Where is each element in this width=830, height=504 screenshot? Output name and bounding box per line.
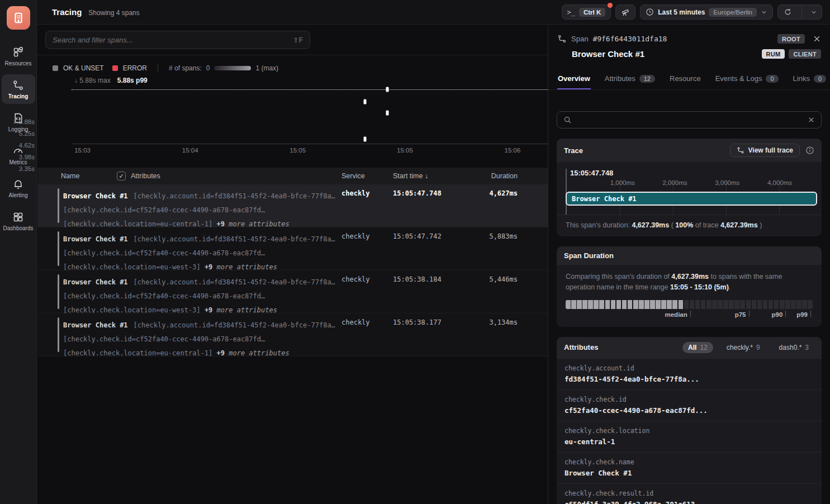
filter-all[interactable]: All12 (682, 342, 713, 353)
view-full-trace-button[interactable]: View full trace (730, 144, 800, 157)
refresh-options-button[interactable] (806, 9, 822, 16)
histogram-segment (757, 300, 762, 309)
median-marker: median (665, 310, 687, 320)
trace-icon (737, 146, 744, 154)
p99-annotation: 5.88s p99 (117, 77, 148, 84)
attributes-card: Attributes All12 checkly.*9 dash0.*3 che… (557, 337, 822, 504)
attribute-row[interactable]: checkly.check.location eu-central-1 (557, 421, 822, 452)
span-icon (557, 34, 567, 44)
tab-events-logs[interactable]: Events & Logs0 (715, 70, 779, 89)
span-duration-card: Span Duration Comparing this span's dura… (557, 246, 822, 327)
trace-start-timestamp: 15:05:47.748 (570, 169, 813, 177)
histogram-segment (582, 300, 587, 309)
dash0-logo[interactable] (7, 6, 30, 30)
chart-point[interactable] (363, 99, 366, 104)
chart-point[interactable] (363, 136, 366, 141)
chart-point[interactable] (386, 87, 388, 92)
more-attributes-link[interactable]: more attributes (217, 306, 277, 313)
col-start-time[interactable]: Start time ↓ (393, 172, 462, 180)
table-row[interactable]: Browser Check #1[checkly.account.id=fd38… (37, 227, 548, 270)
more-attributes-link[interactable]: more attributes (229, 220, 289, 227)
table-row[interactable]: Browser Check #1[checkly.account.id=fd38… (37, 313, 548, 356)
trace-card: Trace View full trace (557, 139, 822, 236)
chart-plot-area[interactable] (72, 87, 548, 144)
row-status-bar (58, 274, 59, 309)
duration-cell: 3,134ms (462, 318, 518, 356)
terminal-icon: >_ (567, 8, 575, 16)
histogram-segment (808, 300, 813, 309)
attribute-row[interactable]: checkly.check.id cf52fa40-ccec-4490-a678… (557, 389, 822, 421)
attribute-row[interactable]: checkly.check.name Browser Check #1 (557, 452, 822, 483)
span-detail-panel: Span #9f6f6443011dfa18 ROOT Browser Chec… (548, 25, 830, 504)
attribute-row[interactable]: checkly.account.id fd384f51-45f2-4ea0-bf… (557, 358, 822, 389)
tab-resource[interactable]: Resource (669, 70, 701, 89)
tab-links[interactable]: Links0 (793, 70, 827, 89)
histogram-segment (577, 300, 582, 309)
legend-ok-label[interactable]: OK & UNSET (63, 64, 104, 72)
row-status-bar (58, 231, 59, 266)
chart-annotations: ↓ 5.88s max 5.88s p99 (74, 77, 148, 84)
histogram-segment (769, 300, 774, 309)
table-row[interactable]: Browser Check #1[checkly.account.id=fd38… (37, 184, 548, 227)
alerting-icon (12, 178, 24, 190)
spans-scale-min: 0 (206, 64, 210, 72)
sidebar-item-alerting[interactable]: Alerting (2, 173, 35, 203)
col-service[interactable]: Service (342, 172, 393, 180)
more-attributes-link[interactable]: more attributes (229, 349, 289, 356)
sidebar-item-dashboards[interactable]: Dashboards (2, 206, 35, 236)
info-icon[interactable] (805, 146, 814, 155)
histogram-segment (791, 300, 796, 309)
divider (801, 5, 802, 19)
selected-span-bar[interactable]: Browser Check #1 (566, 192, 817, 206)
legend-error-label[interactable]: ERROR (123, 64, 147, 72)
attributes-checkbox[interactable]: ✓ (117, 172, 126, 180)
filter-dash0[interactable]: dash0.*3 (774, 342, 814, 353)
start-time-cell: 15:05:38.177 (393, 318, 462, 356)
col-duration[interactable]: Duration (462, 172, 518, 180)
row-status-bar (58, 188, 59, 223)
filter-checkly[interactable]: checkly.*9 (721, 342, 766, 353)
sidebar-item-label: Alerting (9, 192, 28, 198)
more-attributes-link[interactable]: more attributes (217, 263, 277, 270)
telescope-icon (621, 8, 630, 17)
histogram-segment (611, 300, 616, 309)
page-title: Tracing (52, 7, 82, 17)
tab-attributes[interactable]: Attributes12 (604, 70, 656, 89)
command-palette-button[interactable]: >_ Ctrl K (562, 4, 611, 20)
histogram-segment (571, 300, 576, 309)
histogram-segment (706, 300, 712, 309)
time-range-picker[interactable]: Last 5 minutes Europe/Berlin (640, 4, 773, 20)
service-cell: checkly (342, 189, 393, 227)
histogram-segment (695, 300, 700, 309)
histogram-segment (785, 300, 790, 309)
histogram-segment (622, 300, 627, 309)
spans-table: Name ✓ Attributes Service Start time ↓ D… (37, 168, 548, 356)
x-tick: 15:05 (290, 147, 306, 154)
histogram-segment (644, 300, 649, 309)
sidebar-item-resources[interactable]: Resources (2, 41, 35, 71)
col-name[interactable]: Name (61, 172, 117, 180)
explore-button[interactable] (615, 4, 635, 20)
service-cell: checkly (342, 275, 393, 313)
histogram-segment (780, 300, 785, 309)
sidebar-item-label: Dashboards (3, 225, 34, 231)
close-panel-button[interactable] (813, 35, 821, 43)
span-search-input[interactable] (53, 36, 293, 44)
clear-search-icon[interactable] (808, 116, 815, 123)
p90-marker: p90 (772, 310, 783, 320)
col-attributes[interactable]: Attributes (131, 172, 160, 180)
refresh-button[interactable] (778, 8, 798, 16)
span-search-bar[interactable]: ⇧F (45, 31, 310, 49)
detail-search-input[interactable] (577, 116, 803, 124)
duration-histogram (566, 300, 813, 309)
histogram-segment (740, 300, 745, 309)
start-time-cell: 15:05:47.748 (393, 189, 462, 227)
tab-overview[interactable]: Overview (557, 70, 591, 89)
detail-search-bar[interactable] (557, 111, 822, 129)
table-row[interactable]: Browser Check #1[checkly.account.id=fd38… (37, 270, 548, 313)
resources-icon (12, 46, 24, 58)
sidebar-item-tracing[interactable]: Tracing (2, 74, 35, 104)
chart-point[interactable] (386, 110, 388, 115)
attribute-row[interactable]: checkly.check.result.id c650df1f-3a39-4f… (557, 483, 822, 504)
app-root: Resources Tracing Logging Metrics (0, 0, 830, 504)
